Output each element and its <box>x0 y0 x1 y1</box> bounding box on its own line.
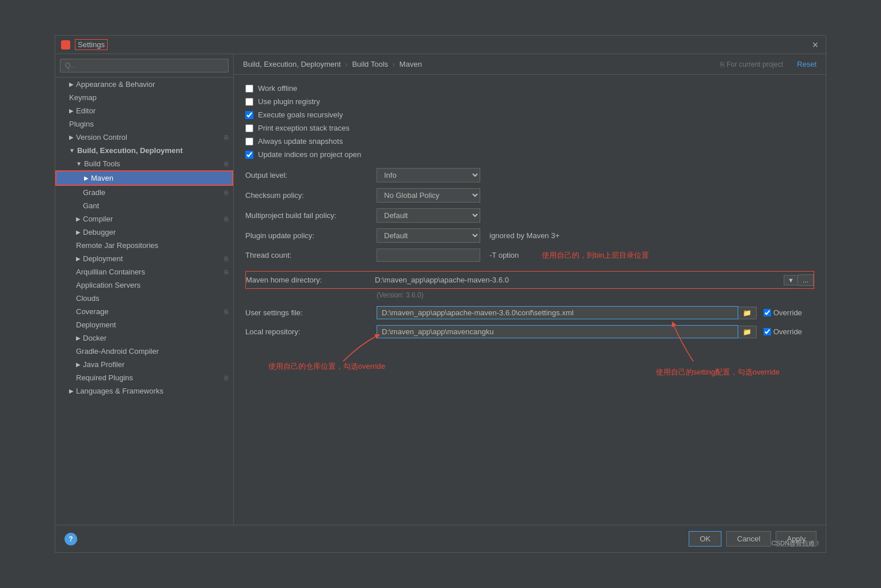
maven-home-row: Maven home directory: ▼ ... <box>245 271 814 289</box>
sidebar-item-editor[interactable]: ▶ Editor <box>55 104 233 117</box>
sidebar-item-deployment[interactable]: ▶ Deployment ⎘ <box>55 252 233 265</box>
sidebar-item-label: Deployment <box>76 320 116 329</box>
always-update-label: Always update snapshots <box>258 137 343 146</box>
plugin-update-policy-label: Plugin update policy: <box>245 231 372 240</box>
sidebar-item-label: Java Profiler <box>83 360 124 369</box>
user-settings-browse-btn[interactable]: 📁 <box>738 307 757 319</box>
title-bar: Settings ✕ <box>55 36 826 54</box>
sidebar-item-gradle-android[interactable]: Gradle-Android Compiler <box>55 345 233 358</box>
plugin-update-policy-select[interactable]: Default Always Never <box>377 228 480 243</box>
expand-arrow: ▶ <box>69 81 74 87</box>
copy-icon: ⎘ <box>225 216 229 223</box>
sidebar-item-maven[interactable]: ▶ Maven <box>55 170 233 186</box>
expand-arrow: ▶ <box>69 108 74 114</box>
output-level-select[interactable]: Info Debug Warn Error <box>377 168 480 182</box>
sidebar-item-compiler[interactable]: ▶ Compiler ⎘ <box>55 212 233 226</box>
sidebar: ▶ Appearance & Behavior Keymap ▶ Editor … <box>55 54 234 525</box>
copy-icon: ⎘ <box>225 189 229 196</box>
sidebar-item-debugger[interactable]: ▶ Debugger <box>55 226 233 239</box>
copy-icon: ⎘ <box>225 308 229 315</box>
sidebar-item-label: Version Control <box>76 133 127 142</box>
sidebar-item-build-execution[interactable]: ▼ Build, Execution, Deployment <box>55 144 233 157</box>
user-settings-row: User settings file: 📁 Override <box>245 306 814 319</box>
thread-count-row: Thread count: -T option 使用自己的，到bin上层目录位置 <box>245 249 814 262</box>
copy-icon: ⎘ <box>225 161 229 167</box>
use-plugin-registry-checkbox[interactable] <box>245 98 253 106</box>
cancel-button[interactable]: Cancel <box>726 531 771 547</box>
annotation-bottom-left: 使用自己的仓库位置，勾选override <box>268 361 385 372</box>
sidebar-item-required-plugins[interactable]: Required Plugins ⎘ <box>55 371 233 384</box>
sidebar-item-label: Maven <box>91 174 113 182</box>
sidebar-item-label: Appearance & Behavior <box>76 80 155 89</box>
user-settings-override-checkbox[interactable] <box>764 309 771 316</box>
bottom-left: ? <box>64 533 77 545</box>
breadcrumb-part-2: Build Tools <box>352 60 388 68</box>
expand-arrow: ▶ <box>76 216 81 222</box>
sidebar-item-label: Required Plugins <box>76 373 133 382</box>
user-settings-input[interactable] <box>377 306 738 319</box>
sidebar-item-label: Debugger <box>83 228 116 236</box>
maven-version: (Version: 3.6.0) <box>377 291 814 299</box>
close-button[interactable]: ✕ <box>811 40 820 49</box>
sidebar-item-label: Coverage <box>76 307 108 316</box>
sidebar-item-label: Languages & Frameworks <box>76 387 164 395</box>
thread-count-input[interactable] <box>377 249 480 262</box>
execute-goals-checkbox[interactable] <box>245 111 253 119</box>
expand-arrow: ▼ <box>69 147 75 154</box>
expand-arrow: ▶ <box>69 134 74 140</box>
sidebar-item-docker[interactable]: ▶ Docker <box>55 331 233 345</box>
always-update-checkbox[interactable] <box>245 138 253 146</box>
maven-home-dropdown-btn[interactable]: ▼ <box>784 275 798 285</box>
search-box <box>55 54 233 78</box>
settings-dialog: Settings ✕ ▶ Appearance & Behavior Keyma… <box>55 35 826 553</box>
maven-home-browse-btn[interactable]: ... <box>798 274 814 286</box>
sidebar-item-languages[interactable]: ▶ Languages & Frameworks <box>55 384 233 398</box>
copy-icon: ⎘ <box>225 375 229 381</box>
sidebar-item-keymap[interactable]: Keymap <box>55 91 233 104</box>
sidebar-item-remote-jar[interactable]: Remote Jar Repositories <box>55 239 233 252</box>
copy-icon: ⎘ <box>225 134 229 141</box>
app-icon <box>61 40 70 49</box>
sidebar-item-gradle[interactable]: Gradle ⎘ <box>55 186 233 199</box>
local-repo-browse-btn[interactable]: 📁 <box>738 326 757 338</box>
sidebar-item-deployment2[interactable]: Deployment <box>55 318 233 331</box>
sidebar-item-gant[interactable]: Gant <box>55 199 233 212</box>
expand-arrow: ▶ <box>76 229 81 235</box>
copy-icon: ⎘ <box>225 255 229 262</box>
ok-button[interactable]: OK <box>689 531 721 547</box>
print-exception-checkbox[interactable] <box>245 124 253 132</box>
sidebar-item-build-tools[interactable]: ▼ Build Tools ⎘ <box>55 157 233 170</box>
thread-count-label: Thread count: <box>245 251 372 259</box>
sidebar-item-appearance[interactable]: ▶ Appearance & Behavior <box>55 78 233 91</box>
maven-home-input[interactable] <box>373 274 784 286</box>
expand-arrow: ▼ <box>76 161 82 167</box>
thread-count-note: -T option <box>489 251 519 259</box>
multiproject-policy-select[interactable]: Default Fail At End <box>377 208 480 223</box>
maven-home-label: Maven home directory: <box>246 276 373 284</box>
sidebar-item-plugins[interactable]: Plugins <box>55 117 233 131</box>
annotations-area: 使用自己的仓库位置，勾选override <box>245 356 814 413</box>
work-offline-checkbox[interactable] <box>245 85 253 93</box>
checksum-policy-row: Checksum policy: No Global Policy Strict… <box>245 188 814 203</box>
update-indices-checkbox[interactable] <box>245 151 253 159</box>
expand-arrow: ▶ <box>76 335 81 341</box>
checksum-policy-select[interactable]: No Global Policy Strict Warn <box>377 188 480 203</box>
search-input[interactable] <box>60 59 229 72</box>
sidebar-item-java-profiler[interactable]: ▶ Java Profiler <box>55 358 233 371</box>
sidebar-item-arquillian[interactable]: Arquillian Containers ⎘ <box>55 265 233 278</box>
breadcrumb-part-3: Maven <box>400 60 422 68</box>
local-repo-override-checkbox[interactable] <box>764 328 771 335</box>
user-settings-override-row: Override <box>764 308 802 317</box>
sidebar-item-label: Remote Jar Repositories <box>76 241 158 250</box>
checkbox-work-offline: Work offline <box>245 84 814 93</box>
reset-button[interactable]: Reset <box>797 60 817 68</box>
help-button[interactable]: ? <box>64 533 77 545</box>
multiproject-policy-label: Multiproject build fail policy: <box>245 211 372 220</box>
sidebar-item-version-control[interactable]: ▶ Version Control ⎘ <box>55 131 233 144</box>
sidebar-item-app-servers[interactable]: Application Servers <box>55 278 233 292</box>
checkbox-always-update: Always update snapshots <box>245 137 814 146</box>
sidebar-item-label: Compiler <box>83 215 113 223</box>
output-level-row: Output level: Info Debug Warn Error <box>245 168 814 182</box>
sidebar-item-clouds[interactable]: Clouds <box>55 292 233 305</box>
sidebar-item-coverage[interactable]: Coverage ⎘ <box>55 305 233 318</box>
